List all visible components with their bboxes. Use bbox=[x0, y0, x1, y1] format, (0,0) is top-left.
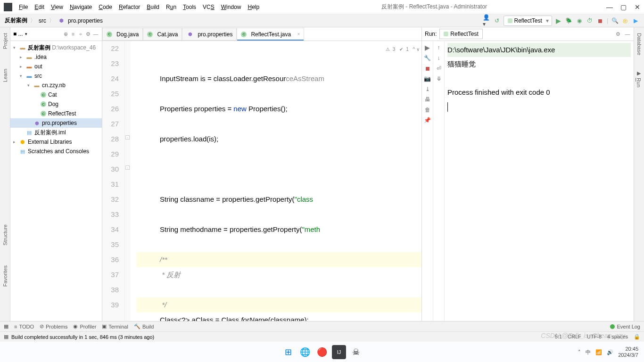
close-tab-icon[interactable]: × bbox=[297, 32, 300, 37]
sync-icon[interactable]: ↺ bbox=[493, 17, 501, 25]
gear-icon[interactable]: ⚙ bbox=[85, 31, 91, 37]
menu-navigate[interactable]: Navigate bbox=[67, 3, 95, 11]
menu-code[interactable]: Code bbox=[96, 3, 115, 11]
close-button[interactable]: ✕ bbox=[635, 3, 640, 11]
export-icon[interactable]: ⤓ bbox=[424, 85, 431, 93]
gear-icon[interactable]: ⚙ bbox=[615, 31, 621, 37]
maximize-button[interactable]: ▢ bbox=[620, 3, 626, 11]
tray-arrow-icon[interactable]: ˄ bbox=[578, 349, 581, 355]
camera-icon[interactable]: 📷 bbox=[424, 75, 431, 82]
event-log[interactable]: Event Log bbox=[610, 324, 640, 329]
run-output[interactable]: D:\software\Java\JDK\bin\java.exe猫猫睡觉 Pr… bbox=[445, 41, 634, 321]
window-tabs-icon[interactable]: ▦ bbox=[4, 323, 8, 329]
tips-icon[interactable]: ▶ bbox=[632, 17, 639, 25]
editor-body[interactable]: 222324252627282930313233343536373839 - -… bbox=[102, 41, 421, 321]
wifi-icon[interactable]: 📶 bbox=[595, 349, 602, 355]
project-tree[interactable]: ▾▬反射案例 D:\workspace_46 ▸▬.idea ▸▬out ▾▬s… bbox=[10, 41, 102, 158]
tab-properties[interactable]: ⬢pro.properties bbox=[182, 28, 237, 41]
ime-icon[interactable]: 中 bbox=[586, 349, 591, 356]
rerun-icon[interactable]: ▶ bbox=[424, 44, 431, 51]
menu-build[interactable]: Build bbox=[144, 3, 162, 11]
tree-src[interactable]: ▾▬src bbox=[10, 71, 102, 81]
scroll-icon[interactable]: ⤋ bbox=[435, 75, 443, 82]
print-icon[interactable]: 🖶 bbox=[424, 96, 431, 103]
game-icon[interactable]: ☠ bbox=[349, 345, 363, 359]
menu-edit[interactable]: Edit bbox=[32, 3, 47, 11]
hide-icon[interactable]: — bbox=[624, 31, 631, 37]
breadcrumb-file[interactable]: pro.properties bbox=[68, 17, 103, 24]
todo-tab[interactable]: ≡ TODO bbox=[14, 324, 34, 329]
learn-tab[interactable]: Learn bbox=[2, 66, 8, 85]
select-open-icon[interactable]: ⊕ bbox=[62, 31, 69, 37]
tab-reflecttest[interactable]: CReflectTest.java × bbox=[237, 28, 304, 41]
start-icon[interactable]: ⊞ bbox=[281, 345, 295, 359]
wrench-icon[interactable]: 🔧 bbox=[424, 54, 431, 62]
tree-properties[interactable]: ⬢pro.properties bbox=[10, 118, 102, 128]
fold-marker[interactable]: - bbox=[125, 165, 130, 170]
profile-button[interactable]: ⏱ bbox=[586, 17, 594, 25]
collapse-icon[interactable]: ÷ bbox=[77, 31, 84, 37]
project-view-selector[interactable]: ■ ...▾ bbox=[13, 31, 61, 37]
clock[interactable]: 20:452024/3/7 bbox=[618, 346, 638, 358]
tree-root[interactable]: ▾▬反射案例 D:\workspace_46 bbox=[10, 43, 102, 52]
breadcrumb-folder[interactable]: src bbox=[39, 17, 46, 24]
breadcrumb[interactable]: 反射案例 〉 src 〉 ⬢ pro.properties bbox=[0, 16, 103, 25]
tree-external[interactable]: ▸⬢External Libraries bbox=[10, 137, 102, 147]
tree-idea[interactable]: ▸▬.idea bbox=[10, 52, 102, 62]
windows-taskbar[interactable]: ⊞ 🌐 🔴 IJ ☠ ˄ 中 📶 🔊 20:452024/3/7 bbox=[0, 342, 644, 362]
tree-iml[interactable]: ▤反射案例.iml bbox=[10, 128, 102, 137]
expand-icon[interactable]: ≡ bbox=[70, 31, 76, 37]
tree-class-cat[interactable]: CCat bbox=[10, 90, 102, 99]
menu-tools[interactable]: Tools bbox=[180, 3, 199, 11]
stop-button[interactable]: ◼ bbox=[596, 17, 604, 25]
inspection-widget[interactable]: ⚠3 ✔1 ^ ∨ bbox=[386, 42, 420, 57]
terminal-tab[interactable]: ▣ Terminal bbox=[102, 323, 128, 329]
build-tab[interactable]: 🔨 Build bbox=[134, 323, 154, 329]
run-side-tab[interactable]: ▶ Run bbox=[636, 67, 642, 90]
menu-view[interactable]: View bbox=[48, 3, 66, 11]
breadcrumb-project[interactable]: 反射案例 bbox=[5, 16, 27, 25]
lock-icon[interactable]: 🔒 bbox=[634, 334, 640, 340]
menu-run[interactable]: Run bbox=[163, 3, 179, 11]
status-icon[interactable]: ▦ bbox=[4, 334, 8, 340]
hide-icon[interactable]: — bbox=[92, 31, 99, 37]
menu-file[interactable]: File bbox=[16, 3, 31, 11]
menu-vcs[interactable]: VCS bbox=[200, 3, 217, 11]
project-tab[interactable]: Project bbox=[2, 30, 8, 52]
code-area[interactable]: ⚠3 ✔1 ^ ∨ InputStream is = classLoader.g… bbox=[131, 41, 421, 321]
fold-gutter[interactable]: - - bbox=[125, 41, 131, 321]
search-icon[interactable]: 🔍 bbox=[611, 17, 619, 25]
tree-out[interactable]: ▸▬out bbox=[10, 62, 102, 71]
edge-icon[interactable]: 🌐 bbox=[298, 345, 312, 359]
sound-icon[interactable]: 🔊 bbox=[607, 349, 613, 355]
run-tab[interactable]: ReflectTest bbox=[439, 29, 482, 39]
down-icon[interactable]: ↓ bbox=[435, 54, 443, 62]
tab-cat[interactable]: CCat.java bbox=[143, 28, 182, 41]
problems-tab[interactable]: ⊘ Problems bbox=[40, 323, 67, 329]
run-config-selector[interactable]: ReflectTest bbox=[504, 16, 552, 26]
database-tab[interactable]: Database bbox=[636, 30, 642, 58]
coverage-button[interactable]: ◉ bbox=[576, 17, 583, 25]
chrome-icon[interactable]: 🔴 bbox=[315, 345, 329, 359]
debug-button[interactable]: 🪲 bbox=[565, 17, 573, 25]
up-icon[interactable]: ↑ bbox=[435, 44, 443, 51]
wrap-icon[interactable]: ⏎ bbox=[435, 65, 443, 72]
tree-class-dog[interactable]: CDog bbox=[10, 99, 102, 109]
intellij-icon[interactable]: IJ bbox=[332, 345, 346, 359]
favorites-tab[interactable]: Favorites bbox=[2, 263, 8, 289]
tab-dog[interactable]: CDog.java bbox=[102, 28, 143, 41]
tree-package[interactable]: ▾▬cn.zzy.nb bbox=[10, 81, 102, 90]
fold-marker[interactable]: - bbox=[125, 135, 130, 140]
stop-icon[interactable]: ◼ bbox=[424, 65, 431, 72]
menu-refactor[interactable]: Refactor bbox=[116, 3, 143, 11]
user-icon[interactable]: 👤▾ bbox=[483, 17, 490, 25]
tree-class-reflecttest[interactable]: CReflectTest bbox=[10, 109, 102, 118]
trash-icon[interactable]: 🗑 bbox=[424, 106, 431, 114]
tree-scratches[interactable]: ▤Scratches and Consoles bbox=[10, 147, 102, 156]
pin-icon[interactable]: 📌 bbox=[424, 116, 431, 124]
plugin-icon[interactable]: ◎ bbox=[621, 17, 629, 25]
system-tray[interactable]: ˄ 中 📶 🔊 20:452024/3/7 bbox=[578, 346, 638, 358]
profiler-tab[interactable]: ◉ Profiler bbox=[73, 323, 96, 329]
menu-help[interactable]: Help bbox=[245, 3, 262, 11]
structure-tab[interactable]: Structure bbox=[2, 222, 8, 248]
